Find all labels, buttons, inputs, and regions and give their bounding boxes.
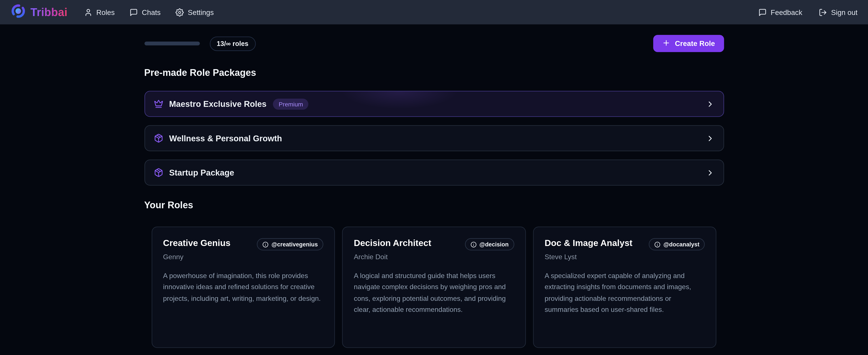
role-card-subtitle: Steve Lyst xyxy=(545,253,705,261)
plus-icon xyxy=(662,38,671,49)
role-card-subtitle: Archie Doit xyxy=(354,253,514,261)
role-handle: @creativegenius xyxy=(271,241,318,248)
card-header: Creative Genius @creativegenius xyxy=(163,238,323,250)
role-handle-badge[interactable]: @decision xyxy=(465,238,514,250)
nav-item-chats[interactable]: Chats xyxy=(130,8,161,16)
role-card-creative-genius[interactable]: Creative Genius @creativegenius Genny A … xyxy=(151,227,335,348)
package-row-startup[interactable]: Startup Package xyxy=(144,159,724,185)
roles-quota-progress-bar xyxy=(144,41,200,46)
message-square-icon xyxy=(130,8,138,16)
brand-name: Tribbai xyxy=(31,6,68,19)
brand-home-link[interactable]: Tribbai xyxy=(10,3,68,21)
nav-item-roles[interactable]: Roles xyxy=(84,8,115,16)
create-role-button[interactable]: Create Role xyxy=(653,35,724,52)
info-icon xyxy=(654,241,660,247)
nav-item-feedback[interactable]: Feedback xyxy=(758,8,802,16)
package-row-wellness[interactable]: Wellness & Personal Growth xyxy=(144,125,724,151)
role-card-title: Doc & Image Analyst xyxy=(545,238,632,248)
role-card-description: A specialized expert capable of analyzin… xyxy=(545,270,705,315)
card-header: Doc & Image Analyst @docanalyst xyxy=(545,238,705,250)
top-navbar: Tribbai Roles xyxy=(0,0,868,24)
log-out-icon xyxy=(819,8,827,16)
nav-item-settings[interactable]: Settings xyxy=(176,8,214,16)
role-card-doc-image-analyst[interactable]: Doc & Image Analyst @docanalyst Steve Ly… xyxy=(533,227,717,348)
nav-label: Sign out xyxy=(831,8,858,16)
roles-count-badge: 13/∞ roles xyxy=(210,36,255,51)
nav-item-signout[interactable]: Sign out xyxy=(819,8,858,16)
role-card-description: A powerhouse of imagination, this role p… xyxy=(163,270,323,304)
package-name: Startup Package xyxy=(169,168,234,177)
package-box-icon xyxy=(154,168,163,177)
role-handle-badge[interactable]: @creativegenius xyxy=(257,238,323,250)
user-icon xyxy=(84,8,92,16)
role-card-description: A logical and structured guide that help… xyxy=(354,270,514,315)
package-list: Maestro Exclusive Roles Premium xyxy=(144,91,724,185)
role-card-title: Decision Architect xyxy=(354,238,431,248)
package-row-maestro[interactable]: Maestro Exclusive Roles Premium xyxy=(144,91,724,117)
role-handle: @decision xyxy=(479,241,509,248)
message-square-icon xyxy=(758,8,767,16)
gear-icon xyxy=(176,8,184,16)
premium-badge: Premium xyxy=(273,98,309,110)
navbar-right: Feedback Sign out xyxy=(758,8,858,16)
package-name: Wellness & Personal Growth xyxy=(169,134,282,143)
roles-toolbar: 13/∞ roles Create Role xyxy=(144,35,724,52)
role-handle-badge[interactable]: @docanalyst xyxy=(649,238,705,250)
role-card-title: Creative Genius xyxy=(163,238,230,248)
role-handle: @docanalyst xyxy=(663,241,699,248)
tribbai-logo-icon xyxy=(10,3,26,21)
nav-label: Feedback xyxy=(771,8,802,16)
chevron-right-icon xyxy=(706,168,714,177)
info-icon xyxy=(471,241,477,247)
nav-label: Settings xyxy=(188,8,214,16)
chevron-right-icon xyxy=(706,134,714,143)
nav-label: Chats xyxy=(142,8,161,16)
packages-section-title: Pre-made Role Packages xyxy=(144,68,724,79)
primary-nav: Roles Chats xyxy=(84,8,214,16)
info-icon xyxy=(263,241,269,247)
role-cards-grid: Creative Genius @creativegenius Genny A … xyxy=(144,227,724,348)
app-window: Tribbai Roles xyxy=(0,0,868,355)
card-header: Decision Architect @decision xyxy=(354,238,514,250)
role-card-decision-architect[interactable]: Decision Architect @decision Archie Doit… xyxy=(342,227,526,348)
your-roles-section-title: Your Roles xyxy=(144,200,724,211)
nav-label: Roles xyxy=(96,8,115,16)
package-box-icon xyxy=(154,134,163,143)
create-role-label: Create Role xyxy=(675,39,715,48)
role-card-subtitle: Genny xyxy=(163,253,323,261)
chevron-right-icon xyxy=(706,99,714,108)
navbar-left: Tribbai Roles xyxy=(10,3,214,21)
main-content: 13/∞ roles Create Role Pre-made Role Pac… xyxy=(144,35,724,355)
package-name: Maestro Exclusive Roles xyxy=(169,99,267,109)
crown-icon xyxy=(154,99,163,109)
